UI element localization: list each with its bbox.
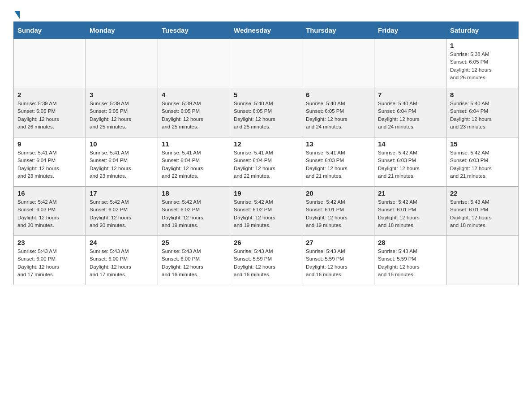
day-info: Sunrise: 5:40 AM Sunset: 6:05 PM Dayligh… [234, 100, 298, 131]
calendar-cell: 12Sunrise: 5:41 AM Sunset: 6:04 PM Dayli… [230, 137, 302, 187]
day-info: Sunrise: 5:42 AM Sunset: 6:03 PM Dayligh… [378, 149, 442, 180]
calendar-cell: 2Sunrise: 5:39 AM Sunset: 6:05 PM Daylig… [14, 88, 86, 137]
calendar-cell: 6Sunrise: 5:40 AM Sunset: 6:05 PM Daylig… [302, 88, 374, 137]
day-info: Sunrise: 5:43 AM Sunset: 5:59 PM Dayligh… [378, 248, 442, 278]
calendar-cell: 28Sunrise: 5:43 AM Sunset: 5:59 PM Dayli… [374, 236, 446, 285]
day-info: Sunrise: 5:42 AM Sunset: 6:02 PM Dayligh… [234, 198, 298, 229]
calendar-cell: 22Sunrise: 5:43 AM Sunset: 6:01 PM Dayli… [446, 187, 519, 236]
weekday-header-friday: Friday [374, 22, 446, 39]
day-number: 14 [378, 140, 442, 148]
calendar-cell: 11Sunrise: 5:41 AM Sunset: 6:04 PM Dayli… [158, 137, 230, 187]
day-number: 20 [306, 189, 370, 197]
calendar-cell: 1Sunrise: 5:38 AM Sunset: 6:05 PM Daylig… [446, 39, 519, 88]
day-number: 21 [378, 189, 442, 197]
calendar-cell [374, 39, 446, 88]
day-number: 27 [306, 239, 370, 246]
day-number: 1 [450, 42, 515, 49]
calendar-cell [446, 236, 519, 285]
day-info: Sunrise: 5:42 AM Sunset: 6:01 PM Dayligh… [378, 198, 442, 229]
day-info: Sunrise: 5:41 AM Sunset: 6:04 PM Dayligh… [17, 149, 82, 180]
day-info: Sunrise: 5:38 AM Sunset: 6:05 PM Dayligh… [450, 51, 515, 81]
weekday-header-row: SundayMondayTuesdayWednesdayThursdayFrid… [14, 22, 519, 39]
day-number: 8 [450, 91, 515, 98]
day-info: Sunrise: 5:41 AM Sunset: 6:04 PM Dayligh… [234, 149, 298, 180]
day-info: Sunrise: 5:42 AM Sunset: 6:02 PM Dayligh… [162, 198, 226, 229]
day-number: 19 [234, 189, 298, 197]
logo-arrow-icon [14, 11, 20, 19]
calendar-cell: 4Sunrise: 5:39 AM Sunset: 6:05 PM Daylig… [158, 88, 230, 137]
calendar-cell: 14Sunrise: 5:42 AM Sunset: 6:03 PM Dayli… [374, 137, 446, 187]
day-number: 5 [234, 91, 298, 98]
day-info: Sunrise: 5:43 AM Sunset: 6:01 PM Dayligh… [450, 198, 515, 229]
calendar-cell: 24Sunrise: 5:43 AM Sunset: 6:00 PM Dayli… [86, 236, 158, 285]
day-info: Sunrise: 5:39 AM Sunset: 6:05 PM Dayligh… [17, 100, 82, 131]
day-number: 17 [90, 189, 154, 197]
weekday-header-saturday: Saturday [446, 22, 519, 39]
day-info: Sunrise: 5:43 AM Sunset: 6:00 PM Dayligh… [17, 248, 82, 278]
day-number: 25 [162, 239, 226, 246]
weekday-header-thursday: Thursday [302, 22, 374, 39]
day-number: 10 [90, 140, 154, 148]
calendar-week-row: 2Sunrise: 5:39 AM Sunset: 6:05 PM Daylig… [14, 88, 519, 137]
calendar-cell: 13Sunrise: 5:41 AM Sunset: 6:03 PM Dayli… [302, 137, 374, 187]
day-number: 2 [17, 91, 82, 98]
day-info: Sunrise: 5:40 AM Sunset: 6:04 PM Dayligh… [450, 100, 515, 131]
day-info: Sunrise: 5:43 AM Sunset: 6:00 PM Dayligh… [90, 248, 154, 278]
day-number: 24 [90, 239, 154, 246]
calendar-cell [302, 39, 374, 88]
page-header [13, 9, 519, 17]
calendar-cell: 23Sunrise: 5:43 AM Sunset: 6:00 PM Dayli… [14, 236, 86, 285]
calendar-cell: 21Sunrise: 5:42 AM Sunset: 6:01 PM Dayli… [374, 187, 446, 236]
calendar-week-row: 1Sunrise: 5:38 AM Sunset: 6:05 PM Daylig… [14, 39, 519, 88]
calendar-week-row: 9Sunrise: 5:41 AM Sunset: 6:04 PM Daylig… [14, 137, 519, 187]
calendar-cell [86, 39, 158, 88]
day-number: 18 [162, 189, 226, 197]
day-number: 7 [378, 91, 442, 98]
day-number: 4 [162, 91, 226, 98]
calendar-cell: 25Sunrise: 5:43 AM Sunset: 6:00 PM Dayli… [158, 236, 230, 285]
day-number: 26 [234, 239, 298, 246]
day-number: 15 [450, 140, 515, 148]
day-number: 28 [378, 239, 442, 246]
calendar-cell: 20Sunrise: 5:42 AM Sunset: 6:01 PM Dayli… [302, 187, 374, 236]
day-number: 11 [162, 140, 226, 148]
day-info: Sunrise: 5:42 AM Sunset: 6:03 PM Dayligh… [17, 198, 82, 229]
day-info: Sunrise: 5:43 AM Sunset: 5:59 PM Dayligh… [234, 248, 298, 278]
day-info: Sunrise: 5:40 AM Sunset: 6:04 PM Dayligh… [378, 100, 442, 131]
day-info: Sunrise: 5:41 AM Sunset: 6:03 PM Dayligh… [306, 149, 370, 180]
weekday-header-tuesday: Tuesday [158, 22, 230, 39]
day-info: Sunrise: 5:42 AM Sunset: 6:01 PM Dayligh… [306, 198, 370, 229]
day-number: 23 [17, 239, 82, 246]
day-info: Sunrise: 5:42 AM Sunset: 6:03 PM Dayligh… [450, 149, 515, 180]
day-number: 22 [450, 189, 515, 197]
calendar-cell [158, 39, 230, 88]
weekday-header-sunday: Sunday [14, 22, 86, 39]
calendar-cell: 3Sunrise: 5:39 AM Sunset: 6:05 PM Daylig… [86, 88, 158, 137]
day-number: 9 [17, 140, 82, 148]
day-info: Sunrise: 5:40 AM Sunset: 6:05 PM Dayligh… [306, 100, 370, 131]
calendar-cell: 7Sunrise: 5:40 AM Sunset: 6:04 PM Daylig… [374, 88, 446, 137]
day-number: 12 [234, 140, 298, 148]
calendar-cell: 17Sunrise: 5:42 AM Sunset: 6:02 PM Dayli… [86, 187, 158, 236]
weekday-header-monday: Monday [86, 22, 158, 39]
day-info: Sunrise: 5:42 AM Sunset: 6:02 PM Dayligh… [90, 198, 154, 229]
day-number: 13 [306, 140, 370, 148]
calendar-cell: 27Sunrise: 5:43 AM Sunset: 5:59 PM Dayli… [302, 236, 374, 285]
calendar-cell: 19Sunrise: 5:42 AM Sunset: 6:02 PM Dayli… [230, 187, 302, 236]
day-info: Sunrise: 5:43 AM Sunset: 6:00 PM Dayligh… [162, 248, 226, 278]
day-info: Sunrise: 5:41 AM Sunset: 6:04 PM Dayligh… [162, 149, 226, 180]
calendar-cell: 10Sunrise: 5:41 AM Sunset: 6:04 PM Dayli… [86, 137, 158, 187]
day-info: Sunrise: 5:39 AM Sunset: 6:05 PM Dayligh… [162, 100, 226, 131]
logo [13, 9, 20, 17]
weekday-header-wednesday: Wednesday [230, 22, 302, 39]
day-info: Sunrise: 5:41 AM Sunset: 6:04 PM Dayligh… [90, 149, 154, 180]
calendar-week-row: 23Sunrise: 5:43 AM Sunset: 6:00 PM Dayli… [14, 236, 519, 285]
calendar-cell: 26Sunrise: 5:43 AM Sunset: 5:59 PM Dayli… [230, 236, 302, 285]
calendar-cell: 8Sunrise: 5:40 AM Sunset: 6:04 PM Daylig… [446, 88, 519, 137]
calendar-cell [230, 39, 302, 88]
calendar-cell: 5Sunrise: 5:40 AM Sunset: 6:05 PM Daylig… [230, 88, 302, 137]
calendar-cell [14, 39, 86, 88]
calendar-week-row: 16Sunrise: 5:42 AM Sunset: 6:03 PM Dayli… [14, 187, 519, 236]
calendar-cell: 9Sunrise: 5:41 AM Sunset: 6:04 PM Daylig… [14, 137, 86, 187]
calendar-cell: 16Sunrise: 5:42 AM Sunset: 6:03 PM Dayli… [14, 187, 86, 236]
